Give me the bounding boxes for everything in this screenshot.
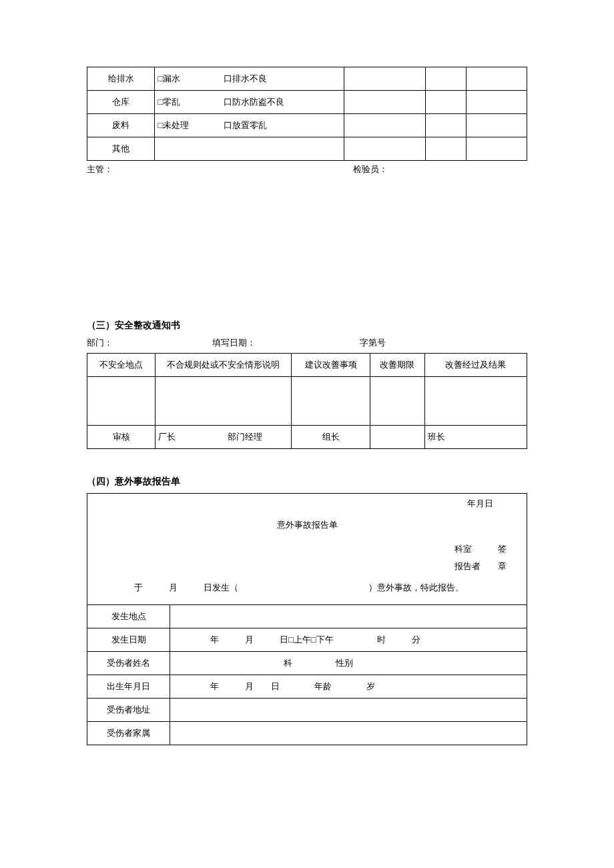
report-date: 年月日: [101, 498, 513, 510]
section3-title: （三）安全整改通知书: [87, 320, 527, 332]
inspector-label: 检验员：: [353, 163, 388, 175]
label-occur: 发生日期: [87, 628, 170, 652]
check-options: □未处理 口放置零乱: [155, 114, 344, 137]
table-row: 出生年月日 年 月 日 年龄 岁: [87, 675, 527, 699]
col-result: 改善经过及结果: [424, 354, 527, 377]
table-row: 废料 □未处理 口放置零乱: [87, 114, 527, 137]
value-address: [170, 699, 527, 722]
check-item: 废料: [87, 114, 155, 137]
col-place: 不安全地点: [87, 354, 156, 377]
review-label: 审核: [87, 426, 156, 449]
value-name: 科 性别: [170, 652, 527, 675]
col-sugg: 建议改善事项: [292, 354, 370, 377]
table-header: 不安全地点 不合规则处或不安全情形说明 建议改善事项 改善期限 改善经过及结果: [87, 354, 527, 377]
table-row: 仓库 □零乱 口防水防盗不良: [87, 91, 527, 114]
value-birth: 年 月 日 年龄 岁: [170, 675, 527, 699]
report-sentence: 于 月 日发生（ ）意外事故，特此报告。: [101, 575, 513, 600]
filldate-label: 填写日期：: [212, 337, 358, 349]
review-row: 审核 厂长 部门经理 组长 班长: [87, 426, 527, 449]
review-c4: 班长: [424, 426, 527, 449]
table-row: 给排水 □漏水 口排水不良: [87, 67, 527, 91]
accident-report-table: 年月日 意外事故报告单 科室 签 报告者 章 于 月 日发生（ ）意外事故，特此…: [87, 493, 527, 745]
checklist-footer: 主管： 检验员：: [87, 163, 527, 175]
check-item: 其他: [87, 137, 155, 161]
label-family: 受伤者家属: [87, 722, 170, 745]
check-options: □零乱 口防水防盗不良: [155, 91, 344, 114]
col-deadline: 改善期限: [370, 354, 424, 377]
table-row: 受伤者家属: [87, 722, 527, 745]
value-occur: 年 月 日□上午□下午 时 分: [170, 628, 527, 652]
value-family: [170, 722, 527, 745]
review-c1: 厂长 部门经理: [156, 426, 292, 449]
label-place: 发生地点: [87, 605, 170, 628]
table-row: 发生日期 年 月 日□上午□下午 时 分: [87, 628, 527, 652]
table-row: 受伤者姓名 科 性别: [87, 652, 527, 675]
table-row: 其他: [87, 137, 527, 161]
safety-checklist-table: 给排水 □漏水 口排水不良 仓库 □零乱 口防水防盗不良 废料 □未处理 口放置…: [87, 67, 527, 161]
table-row: 发生地点: [87, 605, 527, 628]
review-c2: 组长: [292, 426, 370, 449]
report-sign-right: 科室 签 报告者 章: [101, 540, 513, 575]
report-title: 意外事故报告单: [101, 519, 513, 531]
table-row: 受伤者地址: [87, 699, 527, 722]
table-row: [87, 377, 527, 426]
check-item: 仓库: [87, 91, 155, 114]
check-options: [155, 137, 344, 161]
col-desc: 不合规则处或不安全情形说明: [156, 354, 292, 377]
section4-title: （四）意外事故报告单: [87, 476, 527, 488]
check-options: □漏水 口排水不良: [155, 67, 344, 91]
check-item: 给排水: [87, 67, 155, 91]
value-place: [170, 605, 527, 628]
supervisor-label: 主管：: [87, 163, 351, 175]
section3-meta: 部门： 填写日期： 字第号: [87, 337, 527, 349]
label-address: 受伤者地址: [87, 699, 170, 722]
docnum-label: 字第号: [360, 337, 386, 349]
dept-label: 部门：: [87, 337, 210, 349]
label-name: 受伤者姓名: [87, 652, 170, 675]
rectification-table: 不安全地点 不合规则处或不安全情形说明 建议改善事项 改善期限 改善经过及结果 …: [87, 353, 527, 449]
label-birth: 出生年月日: [87, 675, 170, 699]
